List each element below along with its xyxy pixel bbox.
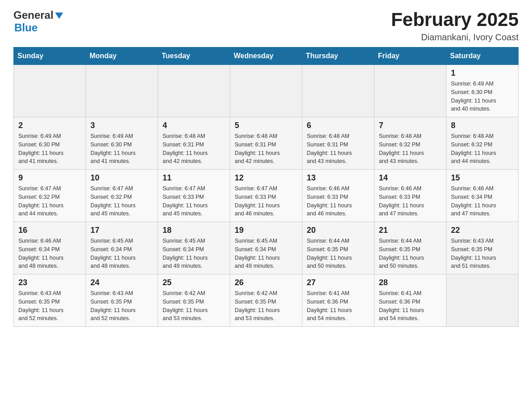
- day-info: Sunrise: 6:44 AM Sunset: 6:35 PM Dayligh…: [379, 237, 442, 270]
- calendar-cell: 24Sunrise: 6:43 AM Sunset: 6:35 PM Dayli…: [86, 274, 158, 327]
- day-info: Sunrise: 6:46 AM Sunset: 6:33 PM Dayligh…: [307, 184, 369, 218]
- week-row-2: 9Sunrise: 6:47 AM Sunset: 6:32 PM Daylig…: [14, 170, 519, 222]
- day-info: Sunrise: 6:44 AM Sunset: 6:35 PM Dayligh…: [307, 237, 369, 270]
- day-info: Sunrise: 6:48 AM Sunset: 6:31 PM Dayligh…: [307, 132, 369, 166]
- calendar-cell: 3Sunrise: 6:49 AM Sunset: 6:30 PM Daylig…: [86, 117, 158, 170]
- calendar-cell: 23Sunrise: 6:43 AM Sunset: 6:35 PM Dayli…: [14, 274, 86, 327]
- day-info: Sunrise: 6:42 AM Sunset: 6:35 PM Dayligh…: [235, 289, 297, 323]
- calendar-cell: 7Sunrise: 6:48 AM Sunset: 6:32 PM Daylig…: [374, 117, 446, 170]
- day-number: 1: [451, 68, 514, 78]
- week-row-4: 23Sunrise: 6:43 AM Sunset: 6:35 PM Dayli…: [14, 274, 519, 327]
- calendar-header-row: SundayMondayTuesdayWednesdayThursdayFrid…: [14, 47, 519, 65]
- day-info: Sunrise: 6:45 AM Sunset: 6:34 PM Dayligh…: [235, 237, 297, 270]
- calendar-cell: [230, 65, 302, 117]
- calendar-cell: [374, 65, 446, 117]
- calendar-cell: [14, 65, 86, 117]
- week-row-0: 1Sunrise: 6:49 AM Sunset: 6:30 PM Daylig…: [14, 65, 519, 117]
- day-number: 16: [18, 226, 81, 235]
- calendar-cell: 10Sunrise: 6:47 AM Sunset: 6:32 PM Dayli…: [86, 170, 158, 222]
- day-info: Sunrise: 6:41 AM Sunset: 6:36 PM Dayligh…: [379, 289, 442, 323]
- day-number: 20: [307, 226, 369, 235]
- day-info: Sunrise: 6:47 AM Sunset: 6:32 PM Dayligh…: [18, 184, 81, 218]
- day-header-sunday: Sunday: [14, 47, 86, 65]
- week-row-1: 2Sunrise: 6:49 AM Sunset: 6:30 PM Daylig…: [14, 117, 519, 170]
- day-info: Sunrise: 6:42 AM Sunset: 6:35 PM Dayligh…: [163, 289, 225, 323]
- day-number: 28: [379, 278, 442, 287]
- calendar-cell: 4Sunrise: 6:48 AM Sunset: 6:31 PM Daylig…: [158, 117, 230, 170]
- calendar-cell: 5Sunrise: 6:48 AM Sunset: 6:31 PM Daylig…: [230, 117, 302, 170]
- day-number: 8: [451, 121, 514, 130]
- calendar-cell: 22Sunrise: 6:43 AM Sunset: 6:35 PM Dayli…: [446, 222, 519, 274]
- day-info: Sunrise: 6:49 AM Sunset: 6:30 PM Dayligh…: [90, 132, 153, 166]
- day-info: Sunrise: 6:45 AM Sunset: 6:34 PM Dayligh…: [163, 237, 225, 270]
- calendar-cell: 1Sunrise: 6:49 AM Sunset: 6:30 PM Daylig…: [446, 65, 519, 117]
- calendar-cell: 14Sunrise: 6:46 AM Sunset: 6:33 PM Dayli…: [374, 170, 446, 222]
- day-number: 27: [307, 278, 369, 287]
- calendar-cell: 13Sunrise: 6:46 AM Sunset: 6:33 PM Dayli…: [302, 170, 374, 222]
- logo-blue-text: Blue: [14, 21, 38, 34]
- day-header-thursday: Thursday: [302, 47, 374, 65]
- calendar-cell: 8Sunrise: 6:48 AM Sunset: 6:32 PM Daylig…: [446, 117, 519, 170]
- day-info: Sunrise: 6:41 AM Sunset: 6:36 PM Dayligh…: [307, 289, 369, 323]
- day-header-monday: Monday: [86, 47, 158, 65]
- day-header-friday: Friday: [374, 47, 446, 65]
- calendar-cell: 11Sunrise: 6:47 AM Sunset: 6:33 PM Dayli…: [158, 170, 230, 222]
- calendar-cell: 15Sunrise: 6:46 AM Sunset: 6:34 PM Dayli…: [446, 170, 519, 222]
- day-number: 24: [90, 278, 153, 287]
- calendar-cell: 27Sunrise: 6:41 AM Sunset: 6:36 PM Dayli…: [302, 274, 374, 327]
- day-number: 15: [451, 173, 514, 183]
- day-info: Sunrise: 6:48 AM Sunset: 6:32 PM Dayligh…: [379, 132, 442, 166]
- title-section: February 2025 Diamankani, Ivory Coast: [391, 9, 519, 43]
- day-number: 13: [307, 173, 369, 183]
- day-number: 3: [90, 121, 153, 130]
- day-number: 2: [18, 121, 81, 130]
- day-info: Sunrise: 6:46 AM Sunset: 6:34 PM Dayligh…: [18, 237, 81, 270]
- day-number: 19: [235, 226, 297, 235]
- calendar-cell: 2Sunrise: 6:49 AM Sunset: 6:30 PM Daylig…: [14, 117, 86, 170]
- day-info: Sunrise: 6:47 AM Sunset: 6:32 PM Dayligh…: [90, 184, 153, 218]
- day-number: 6: [307, 121, 369, 130]
- page-header: General Blue February 2025 Diamankani, I…: [13, 9, 519, 43]
- day-number: 23: [18, 278, 81, 287]
- day-info: Sunrise: 6:47 AM Sunset: 6:33 PM Dayligh…: [163, 184, 225, 218]
- calendar-cell: [158, 65, 230, 117]
- calendar-cell: 21Sunrise: 6:44 AM Sunset: 6:35 PM Dayli…: [374, 222, 446, 274]
- day-number: 14: [379, 173, 442, 183]
- month-title: February 2025: [391, 9, 519, 30]
- calendar-cell: 28Sunrise: 6:41 AM Sunset: 6:36 PM Dayli…: [374, 274, 446, 327]
- day-info: Sunrise: 6:45 AM Sunset: 6:34 PM Dayligh…: [90, 237, 153, 270]
- day-number: 10: [90, 173, 153, 183]
- day-header-wednesday: Wednesday: [230, 47, 302, 65]
- day-info: Sunrise: 6:49 AM Sunset: 6:30 PM Dayligh…: [451, 80, 514, 113]
- calendar-cell: 9Sunrise: 6:47 AM Sunset: 6:32 PM Daylig…: [14, 170, 86, 222]
- day-info: Sunrise: 6:43 AM Sunset: 6:35 PM Dayligh…: [18, 289, 81, 323]
- day-number: 17: [90, 226, 153, 235]
- calendar-cell: 19Sunrise: 6:45 AM Sunset: 6:34 PM Dayli…: [230, 222, 302, 274]
- calendar-cell: [86, 65, 158, 117]
- day-number: 7: [379, 121, 442, 130]
- week-row-3: 16Sunrise: 6:46 AM Sunset: 6:34 PM Dayli…: [14, 222, 519, 274]
- day-info: Sunrise: 6:43 AM Sunset: 6:35 PM Dayligh…: [451, 237, 514, 270]
- day-number: 11: [163, 173, 225, 183]
- calendar-cell: 16Sunrise: 6:46 AM Sunset: 6:34 PM Dayli…: [14, 222, 86, 274]
- day-number: 21: [379, 226, 442, 235]
- day-number: 25: [163, 278, 225, 287]
- day-header-saturday: Saturday: [446, 47, 519, 65]
- day-info: Sunrise: 6:48 AM Sunset: 6:31 PM Dayligh…: [235, 132, 297, 166]
- day-info: Sunrise: 6:43 AM Sunset: 6:35 PM Dayligh…: [90, 289, 153, 323]
- calendar-cell: 20Sunrise: 6:44 AM Sunset: 6:35 PM Dayli…: [302, 222, 374, 274]
- day-header-tuesday: Tuesday: [158, 47, 230, 65]
- day-number: 12: [235, 173, 297, 183]
- day-info: Sunrise: 6:46 AM Sunset: 6:34 PM Dayligh…: [451, 184, 514, 218]
- location: Diamankani, Ivory Coast: [391, 32, 519, 43]
- calendar-cell: 18Sunrise: 6:45 AM Sunset: 6:34 PM Dayli…: [158, 222, 230, 274]
- day-info: Sunrise: 6:47 AM Sunset: 6:33 PM Dayligh…: [235, 184, 297, 218]
- calendar-cell: 26Sunrise: 6:42 AM Sunset: 6:35 PM Dayli…: [230, 274, 302, 327]
- logo: General Blue: [13, 9, 63, 34]
- calendar-table: SundayMondayTuesdayWednesdayThursdayFrid…: [13, 47, 519, 327]
- calendar-cell: [302, 65, 374, 117]
- calendar-cell: 6Sunrise: 6:48 AM Sunset: 6:31 PM Daylig…: [302, 117, 374, 170]
- day-number: 9: [18, 173, 81, 183]
- calendar-cell: 25Sunrise: 6:42 AM Sunset: 6:35 PM Dayli…: [158, 274, 230, 327]
- day-number: 4: [163, 121, 225, 130]
